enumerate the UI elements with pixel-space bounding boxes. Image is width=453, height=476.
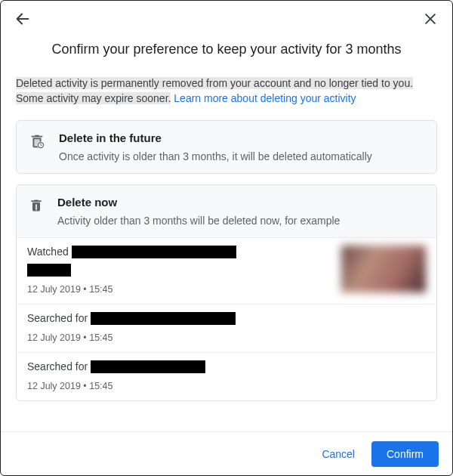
- redacted-content: [91, 312, 236, 325]
- activity-timestamp: 12 July 2019 • 15:45: [27, 381, 426, 391]
- activity-example: Searched for 12 July 2019 • 15:45: [17, 352, 436, 400]
- activity-example: Searched for 12 July 2019 • 15:45: [17, 304, 436, 352]
- activity-line: Searched for: [27, 312, 426, 325]
- modal-footer: Cancel Confirm: [1, 431, 452, 475]
- modal-content: Confirm your preference to keep your act…: [1, 37, 452, 431]
- confirm-button[interactable]: Confirm: [371, 441, 439, 467]
- delete-future-sub: Once activity is older than 3 months, it…: [59, 150, 372, 162]
- top-bar: [1, 1, 452, 37]
- redacted-content: [27, 264, 71, 277]
- close-button[interactable]: [419, 8, 442, 30]
- delete-now-sub: Activity older than 3 months will be del…: [57, 215, 340, 227]
- description: Deleted activity is permanently removed …: [16, 76, 437, 107]
- svg-rect-4: [35, 204, 37, 209]
- activity-line: Watched: [27, 246, 334, 258]
- video-thumbnail: [341, 246, 426, 292]
- redacted-content: [72, 246, 236, 258]
- activity-prefix: Searched for: [27, 312, 88, 324]
- confirmation-modal: Confirm your preference to keep your act…: [0, 0, 453, 476]
- redacted-content: [91, 360, 205, 373]
- svg-point-5: [35, 209, 37, 211]
- delete-icon: [29, 197, 44, 217]
- delete-future-card: Delete in the future Once activity is ol…: [16, 120, 437, 174]
- back-button[interactable]: [11, 8, 34, 30]
- modal-title: Confirm your preference to keep your act…: [16, 42, 437, 57]
- arrow-back-icon: [14, 11, 31, 27]
- cancel-button[interactable]: Cancel: [311, 441, 365, 467]
- activity-timestamp: 12 July 2019 • 15:45: [27, 332, 426, 343]
- close-icon: [423, 11, 438, 26]
- delete-now-title: Delete now: [57, 196, 340, 209]
- activity-prefix: Watched: [27, 246, 69, 258]
- activity-prefix: Searched for: [27, 360, 88, 372]
- activity-timestamp: 12 July 2019 • 15:45: [27, 284, 334, 295]
- auto-delete-icon: [29, 133, 45, 153]
- example-list: Watched 12 July 2019 • 15:45Searched for…: [17, 237, 436, 400]
- activity-line: Searched for: [27, 360, 426, 373]
- activity-example: Watched 12 July 2019 • 15:45: [17, 237, 436, 304]
- delete-now-card: Delete now Activity older than 3 months …: [16, 184, 437, 401]
- delete-future-title: Delete in the future: [59, 131, 372, 144]
- learn-more-link[interactable]: Learn more about deleting your activity: [174, 92, 356, 104]
